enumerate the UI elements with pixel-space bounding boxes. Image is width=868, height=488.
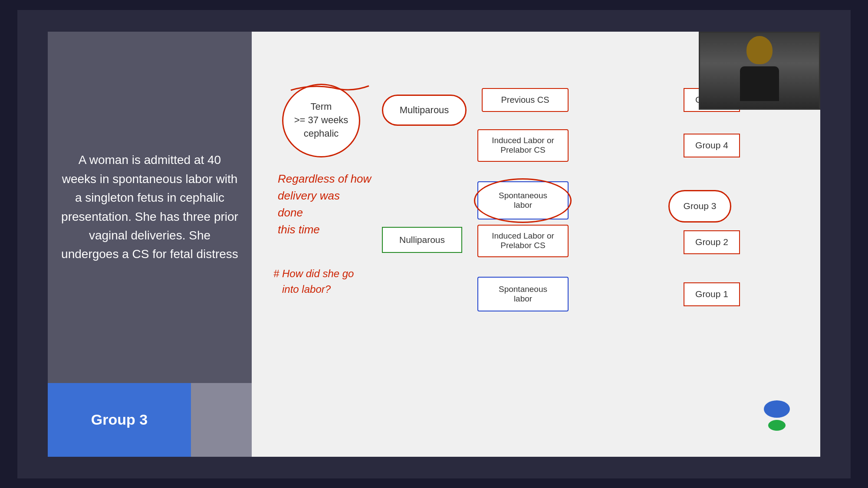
- group2-box: Group 2: [684, 230, 740, 254]
- webcam: [699, 32, 820, 110]
- spontaneous-labor-2-box: Spontaneouslabor: [477, 277, 569, 311]
- webcam-head: [746, 36, 773, 64]
- gray-box: [191, 383, 252, 457]
- watermark: [760, 400, 794, 435]
- induced-labor-2-box: Induced Labor orPrelabor CS: [477, 225, 569, 257]
- group3-circle: Group 3: [668, 190, 731, 223]
- group3-highlight: Group 3: [48, 383, 191, 457]
- multiparous-wrap: Multiparous: [382, 95, 467, 126]
- nulliparous-wrap: Nulliparous: [382, 227, 462, 253]
- handwriting-regardless-text: Regardless of howdelivery wasdonethis ti…: [278, 172, 371, 236]
- group4-box: Group 4: [684, 134, 740, 157]
- term-circle-text: Term >= 37 weeks cephalic: [294, 100, 349, 140]
- term-line3: cephalic: [304, 128, 339, 139]
- nulliparous-box: Nulliparous: [382, 227, 462, 253]
- nulliparous-label: Nulliparous: [399, 235, 445, 245]
- spontaneous-labor-1-label: Spontaneouslabor: [499, 191, 547, 210]
- group4-label: Group 4: [695, 140, 728, 151]
- previous-cs-box: Previous CS: [482, 88, 569, 112]
- spontaneous-labor-2-label: Spontaneouslabor: [499, 285, 547, 304]
- previous-cs-label: Previous CS: [501, 95, 549, 105]
- bottom-row: Group 3: [48, 383, 252, 457]
- induced-labor-2-label: Induced Labor orPrelabor CS: [492, 231, 554, 250]
- multiparous-label: Multiparous: [400, 105, 449, 116]
- screen: A woman is admitted at 40 weeks in spont…: [17, 10, 851, 478]
- induced-labor-1-box: Induced Labor orPrelabor CS: [477, 129, 569, 162]
- group1-label: Group 1: [695, 289, 728, 299]
- group2-label: Group 2: [695, 237, 728, 247]
- watermark-bottom: [768, 420, 786, 431]
- scenario-text-box: A woman is admitted at 40 weeks in spont…: [48, 32, 252, 383]
- term-line2: >= 37 weeks: [294, 115, 349, 125]
- main-content: A woman is admitted at 40 weeks in spont…: [48, 32, 820, 457]
- spontaneous-labor-1-box: Spontaneouslabor: [477, 181, 569, 219]
- watermark-top: [764, 400, 790, 418]
- right-panel: Term >= 37 weeks cephalic Multiparous Pr…: [252, 32, 820, 457]
- left-panel: A woman is admitted at 40 weeks in spont…: [48, 32, 252, 457]
- induced-labor-1-label: Induced Labor orPrelabor CS: [492, 136, 554, 155]
- group1-box: Group 1: [684, 282, 740, 306]
- handwriting-regardless: Regardless of howdelivery wasdonethis ti…: [278, 170, 371, 238]
- handwriting-how-text: # How did she go into labor?: [273, 268, 354, 295]
- handwriting-how: # How did she go into labor?: [273, 266, 354, 297]
- webcam-figure: [733, 36, 786, 105]
- scenario-text: A woman is admitted at 40 weeks in spont…: [61, 151, 239, 263]
- term-circle: Term >= 37 weeks cephalic: [282, 84, 360, 157]
- webcam-body: [740, 66, 779, 101]
- group3-circle-label: Group 3: [684, 201, 717, 211]
- multiparous-box: Multiparous: [382, 95, 467, 126]
- group3-label: Group 3: [91, 411, 148, 428]
- term-line1: Term: [311, 101, 332, 112]
- webcam-person: [700, 33, 819, 108]
